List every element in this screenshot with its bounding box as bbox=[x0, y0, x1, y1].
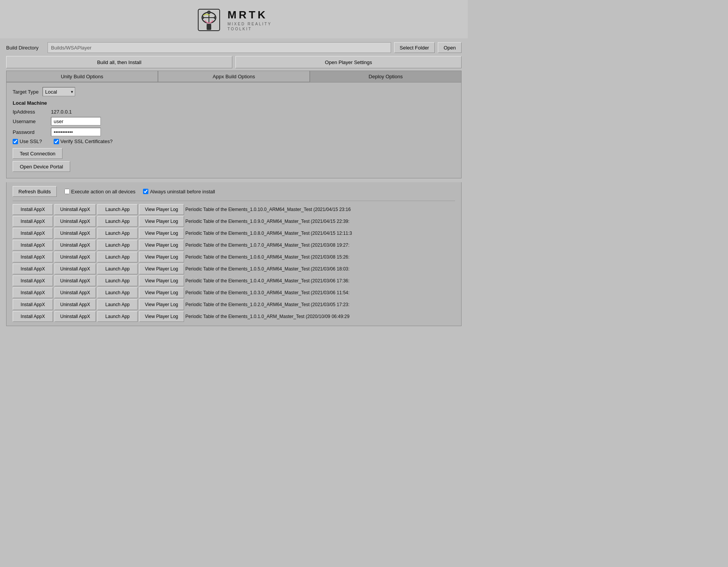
build-name: Periodic Table of the Elements_1.0.8.0_A… bbox=[186, 231, 455, 236]
launch-app-button[interactable]: Launch App bbox=[97, 287, 138, 298]
top-actions-row: Build all, then Install Open Player Sett… bbox=[6, 56, 462, 68]
install-appx-button[interactable]: Install AppX bbox=[13, 264, 53, 274]
view-player-log-button[interactable]: View Player Log bbox=[139, 264, 184, 274]
build-row: Install AppXUninstall AppXLaunch AppView… bbox=[13, 299, 455, 310]
uninstall-appx-button[interactable]: Uninstall AppX bbox=[54, 240, 96, 251]
view-player-log-button[interactable]: View Player Log bbox=[139, 216, 184, 227]
launch-app-button[interactable]: Launch App bbox=[97, 216, 138, 227]
build-name: Periodic Table of the Elements_1.0.6.0_A… bbox=[186, 254, 455, 260]
build-name: Periodic Table of the Elements_1.0.9.0_A… bbox=[186, 219, 455, 224]
install-appx-button[interactable]: Install AppX bbox=[13, 240, 53, 251]
uninstall-appx-button[interactable]: Uninstall AppX bbox=[54, 299, 96, 310]
uninstall-appx-button[interactable]: Uninstall AppX bbox=[54, 311, 96, 322]
launch-app-button[interactable]: Launch App bbox=[97, 299, 138, 310]
execute-all-label[interactable]: Execute action on all devices bbox=[64, 189, 136, 194]
build-all-button[interactable]: Build all, then Install bbox=[6, 56, 232, 68]
test-connection-button[interactable]: Test Connection bbox=[13, 148, 62, 159]
use-ssl-checkbox-label[interactable]: Use SSL? bbox=[13, 138, 42, 144]
logo: MRTK MIXED REALITY TOOLKIT bbox=[196, 7, 271, 33]
target-type-select-wrapper[interactable]: Local Remote HoloLens bbox=[43, 87, 75, 96]
tab-appx-build-options[interactable]: Appx Build Options bbox=[158, 71, 310, 82]
view-player-log-button[interactable]: View Player Log bbox=[139, 275, 184, 286]
uninstall-appx-button[interactable]: Uninstall AppX bbox=[54, 287, 96, 298]
launch-app-button[interactable]: Launch App bbox=[97, 252, 138, 262]
verify-ssl-checkbox-label[interactable]: Verify SSL Certificates? bbox=[54, 138, 113, 144]
build-row: Install AppXUninstall AppXLaunch AppView… bbox=[13, 287, 455, 298]
svg-rect-4 bbox=[207, 24, 211, 30]
install-appx-button[interactable]: Install AppX bbox=[13, 287, 53, 298]
launch-app-button[interactable]: Launch App bbox=[97, 204, 138, 215]
password-row: Password bbox=[13, 128, 455, 136]
builds-separator bbox=[13, 201, 455, 201]
uninstall-appx-button[interactable]: Uninstall AppX bbox=[54, 204, 96, 215]
build-row: Install AppXUninstall AppXLaunch AppView… bbox=[13, 240, 455, 251]
uninstall-appx-button[interactable]: Uninstall AppX bbox=[54, 264, 96, 274]
view-player-log-button[interactable]: View Player Log bbox=[139, 204, 184, 215]
launch-app-button[interactable]: Launch App bbox=[97, 275, 138, 286]
uninstall-appx-button[interactable]: Uninstall AppX bbox=[54, 228, 96, 239]
username-input[interactable] bbox=[51, 117, 101, 125]
build-row: Install AppXUninstall AppXLaunch AppView… bbox=[13, 252, 455, 262]
view-player-log-button[interactable]: View Player Log bbox=[139, 240, 184, 251]
refresh-builds-button[interactable]: Refresh Builds bbox=[13, 186, 57, 197]
action-buttons: Test Connection Open Device Portal bbox=[13, 148, 455, 172]
view-player-log-button[interactable]: View Player Log bbox=[139, 228, 184, 239]
install-appx-button[interactable]: Install AppX bbox=[13, 275, 53, 286]
install-appx-button[interactable]: Install AppX bbox=[13, 228, 53, 239]
build-name: Periodic Table of the Elements_1.0.10.0_… bbox=[186, 207, 455, 212]
mrtk-logo-icon bbox=[196, 7, 222, 33]
build-row: Install AppXUninstall AppXLaunch AppView… bbox=[13, 216, 455, 227]
build-name: Periodic Table of the Elements_1.0.5.0_A… bbox=[186, 266, 455, 272]
build-row: Install AppXUninstall AppXLaunch AppView… bbox=[13, 204, 455, 215]
build-directory-row: Build Directory Select Folder Open bbox=[6, 42, 462, 53]
verify-ssl-checkbox[interactable] bbox=[54, 139, 59, 144]
verify-ssl-label: Verify SSL Certificates? bbox=[61, 138, 113, 144]
install-appx-button[interactable]: Install AppX bbox=[13, 252, 53, 262]
open-device-portal-button[interactable]: Open Device Portal bbox=[13, 161, 70, 172]
view-player-log-button[interactable]: View Player Log bbox=[139, 287, 184, 298]
target-type-select[interactable]: Local Remote HoloLens bbox=[43, 87, 75, 96]
use-ssl-checkbox[interactable] bbox=[13, 139, 18, 144]
builds-section: Refresh Builds Execute action on all dev… bbox=[6, 182, 462, 326]
open-button[interactable]: Open bbox=[438, 42, 462, 53]
launch-app-button[interactable]: Launch App bbox=[97, 228, 138, 239]
logo-title: MRTK bbox=[227, 9, 271, 21]
install-appx-button[interactable]: Install AppX bbox=[13, 216, 53, 227]
tab-deploy-options[interactable]: Deploy Options bbox=[310, 71, 462, 82]
svg-point-5 bbox=[207, 11, 210, 14]
build-name: Periodic Table of the Elements_1.0.7.0_A… bbox=[186, 242, 455, 248]
build-directory-input[interactable] bbox=[48, 42, 391, 53]
launch-app-button[interactable]: Launch App bbox=[97, 240, 138, 251]
view-player-log-button[interactable]: View Player Log bbox=[139, 299, 184, 310]
build-row: Install AppXUninstall AppXLaunch AppView… bbox=[13, 228, 455, 239]
ip-label: IpAddress bbox=[13, 109, 51, 115]
svg-point-7 bbox=[214, 16, 216, 19]
tab-unity-build-options[interactable]: Unity Build Options bbox=[6, 71, 158, 82]
execute-all-text: Execute action on all devices bbox=[71, 189, 136, 194]
tabs-row: Unity Build Options Appx Build Options D… bbox=[6, 71, 462, 82]
logo-text: MRTK MIXED REALITY TOOLKIT bbox=[227, 9, 271, 31]
always-uninstall-checkbox[interactable] bbox=[143, 189, 148, 194]
svg-point-6 bbox=[202, 16, 204, 19]
view-player-log-button[interactable]: View Player Log bbox=[139, 252, 184, 262]
execute-all-checkbox[interactable] bbox=[64, 189, 70, 194]
install-appx-button[interactable]: Install AppX bbox=[13, 311, 53, 322]
install-appx-button[interactable]: Install AppX bbox=[13, 204, 53, 215]
select-folder-button[interactable]: Select Folder bbox=[394, 42, 435, 53]
launch-app-button[interactable]: Launch App bbox=[97, 264, 138, 274]
build-name: Periodic Table of the Elements_1.0.4.0_A… bbox=[186, 278, 455, 284]
uninstall-appx-button[interactable]: Uninstall AppX bbox=[54, 252, 96, 262]
install-appx-button[interactable]: Install AppX bbox=[13, 299, 53, 310]
uninstall-appx-button[interactable]: Uninstall AppX bbox=[54, 275, 96, 286]
use-ssl-label: Use SSL? bbox=[20, 138, 42, 144]
launch-app-button[interactable]: Launch App bbox=[97, 311, 138, 322]
password-input[interactable] bbox=[51, 128, 101, 136]
always-uninstall-label[interactable]: Always uninstall before install bbox=[143, 189, 215, 194]
view-player-log-button[interactable]: View Player Log bbox=[139, 311, 184, 322]
username-row: Username bbox=[13, 117, 455, 125]
deploy-options-panel: Target Type Local Remote HoloLens Local … bbox=[6, 82, 462, 178]
open-player-settings-button[interactable]: Open Player Settings bbox=[235, 56, 462, 68]
main-content: Build Directory Select Folder Open Build… bbox=[0, 38, 468, 332]
logo-subtitle-line1: MIXED REALITY bbox=[227, 22, 271, 26]
uninstall-appx-button[interactable]: Uninstall AppX bbox=[54, 216, 96, 227]
